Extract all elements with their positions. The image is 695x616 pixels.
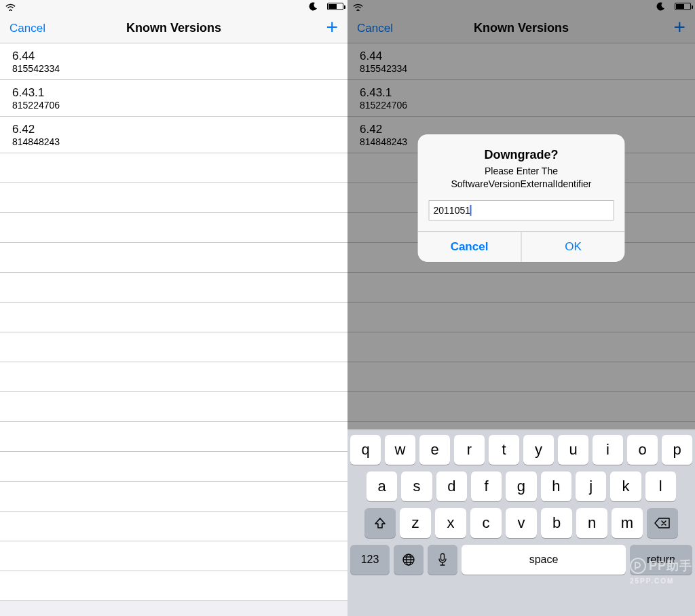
keyboard-row-3: z x c v b n m bbox=[350, 508, 692, 538]
key-z[interactable]: z bbox=[400, 508, 431, 538]
alert-buttons: Cancel OK bbox=[418, 231, 625, 262]
key-i[interactable]: i bbox=[593, 435, 623, 465]
key-w[interactable]: w bbox=[385, 435, 415, 465]
version-id: 814848243 bbox=[12, 136, 338, 147]
keyboard-row-1: q w e r t y u i o p bbox=[350, 435, 692, 465]
backspace-key[interactable] bbox=[647, 508, 678, 538]
version-row[interactable]: 6.44 815542334 bbox=[0, 43, 348, 80]
key-a[interactable]: a bbox=[367, 471, 397, 501]
return-key[interactable]: return bbox=[630, 545, 692, 575]
key-h[interactable]: h bbox=[541, 471, 571, 501]
svg-rect-2 bbox=[441, 554, 445, 560]
cancel-button[interactable]: Cancel bbox=[10, 14, 45, 43]
key-d[interactable]: d bbox=[436, 471, 467, 501]
empty-rows bbox=[0, 153, 348, 601]
keyboard-row-2: a s d f g h j k l bbox=[350, 471, 692, 501]
numbers-key[interactable]: 123 bbox=[350, 545, 390, 575]
key-e[interactable]: e bbox=[419, 435, 450, 465]
key-l[interactable]: l bbox=[645, 471, 676, 501]
key-x[interactable]: x bbox=[435, 508, 466, 538]
alert-cancel-button[interactable]: Cancel bbox=[418, 232, 522, 262]
key-n[interactable]: n bbox=[576, 508, 607, 538]
key-u[interactable]: u bbox=[558, 435, 588, 465]
globe-key[interactable] bbox=[394, 545, 424, 575]
version-label: 6.43.1 bbox=[12, 86, 338, 100]
page-title: Known Versions bbox=[126, 21, 221, 35]
key-t[interactable]: t bbox=[489, 435, 519, 465]
key-o[interactable]: o bbox=[627, 435, 658, 465]
dual-screenshot-container: Cancel Known Versions + 6.44 815542334 6… bbox=[0, 0, 695, 616]
do-not-disturb-icon bbox=[309, 2, 318, 11]
key-c[interactable]: c bbox=[470, 508, 502, 538]
right-phone: Cancel Known Versions + 6.44 815542334 6… bbox=[348, 0, 695, 616]
keyboard: q w e r t y u i o p a s d f g h j k l bbox=[348, 429, 695, 616]
key-f[interactable]: f bbox=[471, 471, 502, 501]
versions-list: 6.44 815542334 6.43.1 815224706 6.42 814… bbox=[0, 43, 348, 153]
version-id: 815224706 bbox=[12, 100, 338, 111]
key-s[interactable]: s bbox=[401, 471, 432, 501]
version-label: 6.44 bbox=[12, 50, 338, 63]
version-id: 815542334 bbox=[12, 63, 338, 74]
identifier-input[interactable] bbox=[429, 200, 614, 220]
space-key[interactable]: space bbox=[462, 545, 626, 575]
shift-key[interactable] bbox=[364, 508, 396, 538]
key-m[interactable]: m bbox=[612, 508, 643, 538]
nav-bar: Cancel Known Versions + bbox=[0, 14, 348, 43]
key-p[interactable]: p bbox=[662, 435, 692, 465]
key-r[interactable]: r bbox=[454, 435, 485, 465]
version-row[interactable]: 6.42 814848243 bbox=[0, 117, 348, 153]
key-j[interactable]: j bbox=[576, 471, 606, 501]
key-v[interactable]: v bbox=[506, 508, 537, 538]
left-phone: Cancel Known Versions + 6.44 815542334 6… bbox=[0, 0, 348, 616]
alert-message: Please Enter The SoftwareVersionExternal… bbox=[418, 165, 625, 200]
key-y[interactable]: y bbox=[523, 435, 554, 465]
dictation-key[interactable] bbox=[428, 545, 457, 575]
version-row[interactable]: 6.43.1 815224706 bbox=[0, 80, 348, 117]
alert-ok-button[interactable]: OK bbox=[522, 232, 625, 262]
version-label: 6.42 bbox=[12, 123, 338, 136]
add-button[interactable]: + bbox=[326, 14, 338, 41]
keyboard-row-4: 123 space return bbox=[350, 545, 692, 575]
status-bar bbox=[0, 0, 348, 14]
key-k[interactable]: k bbox=[610, 471, 641, 501]
downgrade-alert: Downgrade? Please Enter The SoftwareVers… bbox=[418, 134, 625, 262]
wifi-icon bbox=[5, 3, 16, 11]
key-q[interactable]: q bbox=[350, 435, 381, 465]
alert-title: Downgrade? bbox=[418, 134, 625, 165]
key-b[interactable]: b bbox=[541, 508, 572, 538]
key-g[interactable]: g bbox=[506, 471, 536, 501]
